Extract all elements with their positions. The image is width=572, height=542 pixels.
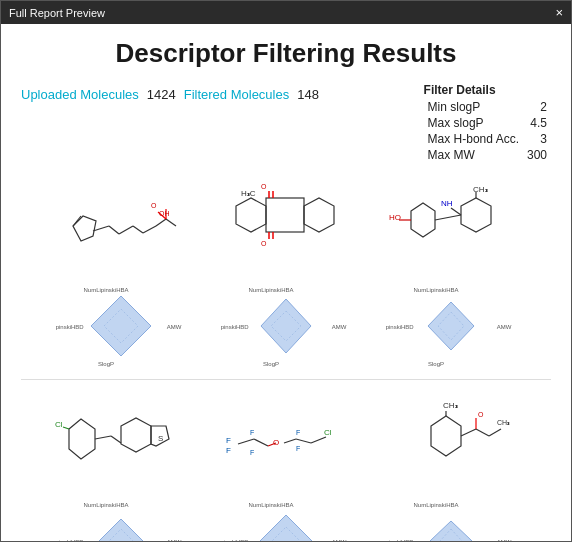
svg-text:AMW: AMW [497,324,512,330]
svg-text:NumLipinskiHBD: NumLipinskiHBD [386,324,414,330]
svg-text:NumLipinskiHBA: NumLipinskiHBA [248,287,293,293]
uploaded-count: 1424 [147,87,176,102]
mol-box-2: O O H₃C [214,173,359,273]
mol-row-1: O OH [21,173,551,273]
svg-line-25 [435,215,461,220]
svg-marker-97 [430,521,472,542]
svg-marker-24 [411,203,435,237]
molecule-svg-3: NH HO CH₃ [381,176,521,271]
molecules-section-2: Cl S [21,388,551,541]
svg-marker-72 [431,416,461,456]
svg-line-69 [296,439,311,443]
radar-box-1: NumLipinskiHBA NumLipinskiHBD AMW SlogP [49,281,194,371]
filter-value: 4.5 [523,115,551,131]
svg-line-7 [166,219,176,226]
svg-text:NumLipinskiHBA: NumLipinskiHBA [83,502,128,508]
svg-line-73 [461,429,476,436]
svg-text:AMW: AMW [167,539,182,542]
svg-text:F: F [250,449,254,456]
radar-svg-4: NumLipinskiHBA NumLipinskiHBD AMW SlogP [56,499,186,542]
svg-text:CH₃: CH₃ [473,185,488,194]
main-window: Full Report Preview × Descriptor Filteri… [0,0,572,542]
mol-box-1: O OH [49,173,194,273]
radar-row-1: NumLipinskiHBA NumLipinskiHBD AMW SlogP … [21,281,551,371]
molecules-section-1: O OH [21,173,551,371]
filter-label: Max H-bond Acc. [424,131,523,147]
svg-marker-36 [91,296,151,356]
svg-line-74 [476,429,489,436]
radar-svg-6: NumLipinskiHBA NumLipinskiHBD AMW SlogP [386,499,516,542]
radar-box-4: NumLipinskiHBA NumLipinskiHBD AMW SlogP [49,496,194,541]
filter-details-title: Filter Details [424,83,551,97]
title-bar: Full Report Preview × [1,1,571,24]
svg-line-61 [254,439,268,446]
mol-row-2: Cl S [21,388,551,488]
svg-text:O: O [273,438,279,447]
svg-marker-15 [304,198,334,232]
svg-marker-85 [99,519,143,542]
molecule-svg-1: O OH [51,176,191,271]
svg-text:Cl: Cl [324,428,332,437]
svg-text:AMW: AMW [167,324,182,330]
svg-text:CH₃: CH₃ [497,419,510,426]
report-title: Descriptor Filtering Results [21,38,551,69]
svg-text:F: F [296,445,300,452]
radar-box-2: NumLipinskiHBA NumLipinskiHBD AMW SlogP [214,281,359,371]
svg-text:NumLipinskiHBA: NumLipinskiHBA [248,502,293,508]
molecule-svg-6: O CH₃ CH₃ [381,391,521,486]
filter-label: Max slogP [424,115,523,131]
svg-rect-14 [266,198,304,232]
svg-text:NumLipinskiHBD: NumLipinskiHBD [221,324,249,330]
svg-marker-48 [428,302,474,350]
svg-marker-23 [461,198,491,232]
window-title: Full Report Preview [9,7,105,19]
section-divider-1 [21,379,551,380]
mol-box-4: Cl S [49,388,194,488]
mol-box-6: O CH₃ CH₃ [379,388,524,488]
radar-box-3: NumLipinskiHBA NumLipinskiHBD AMW SlogP [379,281,524,371]
molecule-svg-4: Cl S [51,391,191,486]
svg-text:NumLipinskiHBD: NumLipinskiHBD [56,324,84,330]
svg-line-12 [73,216,81,226]
filter-row-maxslogp: Max slogP 4.5 [424,115,551,131]
svg-line-60 [238,439,254,444]
molecule-svg-5: F F F F O F F [216,391,356,486]
svg-text:SlogP: SlogP [263,361,279,367]
radar-svg-3: NumLipinskiHBA NumLipinskiHBD AMW SlogP [386,284,516,369]
svg-line-26 [451,208,461,215]
filter-row-mw: Max MW 300 [424,147,551,163]
svg-text:HO: HO [389,213,401,222]
radar-box-6: NumLipinskiHBA NumLipinskiHBD AMW SlogP [379,496,524,541]
svg-marker-13 [236,198,266,232]
mol-box-5: F F F F O F F [214,388,359,488]
svg-line-5 [143,226,156,233]
svg-line-66 [284,439,296,443]
svg-text:NumLipinskiHBA: NumLipinskiHBA [413,287,458,293]
svg-marker-42 [261,299,311,353]
filter-details-table: Min slogP 2 Max slogP 4.5 Max H-bond Acc… [424,99,551,163]
filter-details: Filter Details Min slogP 2 Max slogP 4.5… [424,83,551,163]
svg-text:AMW: AMW [332,539,347,542]
filter-value: 2 [523,99,551,115]
svg-text:O: O [151,202,157,209]
mol-box-3: NH HO CH₃ [379,173,524,273]
svg-text:F: F [296,429,300,436]
radar-box-5: NumLipinskiHBA NumLipinskiHBD AMW SlogP [214,496,359,541]
molecules-info: Uploaded Molecules 1424 Filtered Molecul… [21,87,319,102]
svg-text:SlogP: SlogP [428,361,444,367]
svg-text:H₃C: H₃C [241,189,256,198]
svg-line-70 [311,437,326,443]
radar-row-2: NumLipinskiHBA NumLipinskiHBD AMW SlogP … [21,496,551,541]
svg-line-3 [119,226,133,234]
radar-svg-1: NumLipinskiHBA NumLipinskiHBD AMW SlogP [56,284,186,369]
svg-marker-50 [69,419,95,459]
svg-text:O: O [261,240,267,247]
svg-text:S: S [158,434,163,443]
close-button[interactable]: × [555,5,563,20]
svg-text:O: O [478,411,484,418]
report-content: Descriptor Filtering Results Uploaded Mo… [1,24,571,541]
filter-row: Uploaded Molecules 1424 Filtered Molecul… [21,83,551,163]
molecule-svg-2: O O H₃C [216,176,356,271]
svg-marker-0 [73,216,96,241]
svg-text:F: F [226,436,231,445]
